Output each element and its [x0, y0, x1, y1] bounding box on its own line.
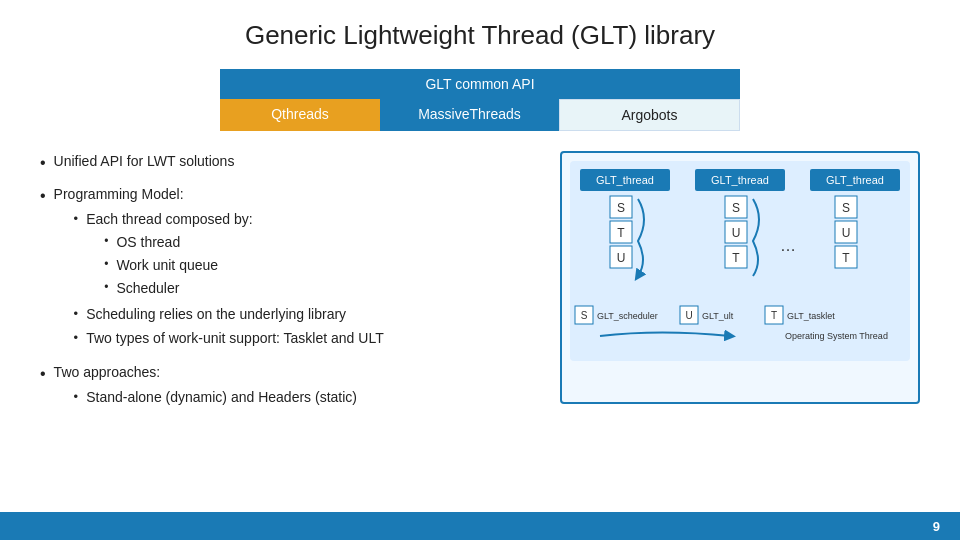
svg-text:T: T [842, 251, 850, 265]
page-number: 9 [933, 519, 940, 534]
sub-content-2-1: Each thread composed by: • OS thread • W… [86, 209, 253, 301]
sub-sub-item-2: • Work unit queue [104, 255, 253, 276]
svg-text:S: S [617, 201, 625, 215]
svg-text:T: T [732, 251, 740, 265]
svg-text:GLT_scheduler: GLT_scheduler [597, 311, 658, 321]
bullet-text-2: Programming Model: [54, 186, 184, 202]
glt-svg: GLT_thread GLT_thread GLT_thread … S T [570, 161, 910, 391]
svg-text:S: S [581, 310, 588, 321]
svg-text:…: … [780, 237, 796, 254]
sub-sub-item-1: • OS thread [104, 232, 253, 253]
svg-text:GLT_ult: GLT_ult [702, 311, 734, 321]
content-area: • Unified API for LWT solutions • Progra… [40, 151, 920, 421]
api-qthreads-label: Qthreads [220, 99, 380, 131]
bullet-dot-1: • [40, 152, 46, 174]
sub-bullet-3-1: • Stand-alone (dynamic) and Headers (sta… [74, 387, 357, 408]
api-common-label: GLT common API [220, 69, 740, 99]
sub-text-3-1: Stand-alone (dynamic) and Headers (stati… [86, 387, 357, 408]
svg-text:U: U [685, 310, 692, 321]
bullet-dot-2: • [40, 185, 46, 207]
api-massive-label: MassiveThreads [380, 99, 559, 131]
left-content: • Unified API for LWT solutions • Progra… [40, 151, 540, 421]
bullet-text-3: Two approaches: [54, 364, 161, 380]
svg-text:GLT_thread: GLT_thread [596, 174, 654, 186]
sub-sub-item-3: • Scheduler [104, 278, 253, 299]
bullet-dot-3: • [40, 363, 46, 385]
svg-text:Operating System Thread: Operating System Thread [785, 331, 888, 341]
glt-diagram: GLT_thread GLT_thread GLT_thread … S T [560, 151, 920, 404]
sub-bullet-2-1: • Each thread composed by: • OS thread [74, 209, 384, 301]
svg-text:T: T [771, 310, 777, 321]
bullet-3: • Two approaches: • Stand-alone (dynamic… [40, 362, 530, 411]
svg-text:GLT_thread: GLT_thread [826, 174, 884, 186]
right-content: GLT_thread GLT_thread GLT_thread … S T [560, 151, 920, 421]
sub-bullet-2-3: • Two types of work-unit support: Taskle… [74, 328, 384, 349]
bullet-content-3: Two approaches: • Stand-alone (dynamic) … [54, 362, 357, 411]
svg-text:GLT_thread: GLT_thread [711, 174, 769, 186]
api-diagram: GLT common API Qthreads MassiveThreads A… [220, 69, 740, 131]
sub-sub-text-1: OS thread [116, 232, 180, 253]
sub-text-2-1: Each thread composed by: [86, 211, 253, 227]
svg-text:S: S [842, 201, 850, 215]
bullet-content-2: Programming Model: • Each thread compose… [54, 184, 384, 352]
sub-sub-dot-2: • [104, 256, 108, 273]
api-row: Qthreads MassiveThreads Argobots [220, 99, 740, 131]
svg-text:S: S [732, 201, 740, 215]
sub-bullet-2-2: • Scheduling relies on the underlying li… [74, 304, 384, 325]
footer-bar: 9 [0, 512, 960, 540]
svg-text:U: U [842, 226, 851, 240]
sub-sub-bullet: • OS thread • Work unit queue • [86, 232, 253, 299]
svg-text:GLT_tasklet: GLT_tasklet [787, 311, 835, 321]
sub-text-2-3: Two types of work-unit support: Tasklet … [86, 328, 384, 349]
svg-text:U: U [617, 251, 626, 265]
slide-title: Generic Lightweight Thread (GLT) library [40, 20, 920, 51]
sub-sub-dot-1: • [104, 233, 108, 250]
sub-dot-2-2: • [74, 305, 79, 323]
api-argobots-label: Argobots [559, 99, 740, 131]
sub-dot-2-3: • [74, 329, 79, 347]
bullet-text-1: Unified API for LWT solutions [54, 151, 235, 172]
sub-dot-2-1: • [74, 210, 79, 228]
slide: Generic Lightweight Thread (GLT) library… [0, 0, 960, 540]
sub-dot-3-1: • [74, 388, 79, 406]
sub-sub-text-2: Work unit queue [116, 255, 218, 276]
svg-text:T: T [617, 226, 625, 240]
bullet-2: • Programming Model: • Each thread compo… [40, 184, 530, 352]
sub-sub-dot-3: • [104, 279, 108, 296]
sub-text-2-2: Scheduling relies on the underlying libr… [86, 304, 346, 325]
svg-text:U: U [732, 226, 741, 240]
sub-bullet-2: • Each thread composed by: • OS thread [54, 209, 384, 349]
bullet-1: • Unified API for LWT solutions [40, 151, 530, 174]
sub-bullet-3: • Stand-alone (dynamic) and Headers (sta… [54, 387, 357, 408]
sub-sub-text-3: Scheduler [116, 278, 179, 299]
